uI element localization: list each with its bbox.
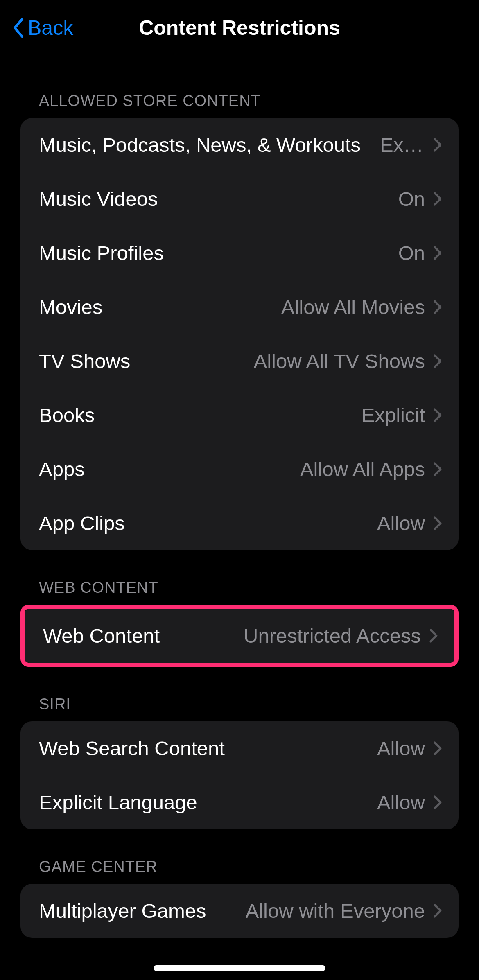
back-button[interactable]: Back (12, 16, 73, 40)
row-value: Allow All Movies (281, 296, 425, 318)
group-gamecenter: Multiplayer Games Allow with Everyone (20, 884, 459, 938)
section-header-store: ALLOWED STORE CONTENT (20, 55, 459, 118)
group-web: Web Content Unrestricted Access (25, 609, 454, 663)
page-title: Content Restrictions (139, 16, 340, 40)
row-label: Multiplayer Games (39, 899, 206, 922)
row-books[interactable]: Books Explicit (20, 388, 459, 442)
row-explicit-language[interactable]: Explicit Language Allow (20, 775, 459, 829)
chevron-right-icon (433, 138, 442, 152)
row-label: Movies (39, 296, 102, 318)
row-value: Unrestricted Access (244, 624, 421, 647)
group-store: Music, Podcasts, News, & Workouts Explic… (20, 118, 459, 550)
row-label: Music Videos (39, 187, 158, 210)
row-label: Apps (39, 458, 85, 481)
row-value: Allow All TV Shows (254, 350, 425, 373)
row-label: Music, Podcasts, News, & Workouts (39, 133, 361, 156)
row-web-search-content[interactable]: Web Search Content Allow (20, 721, 459, 775)
chevron-right-icon (433, 795, 442, 810)
chevron-right-icon (433, 192, 442, 206)
chevron-right-icon (433, 516, 442, 531)
row-web-content[interactable]: Web Content Unrestricted Access (25, 609, 454, 663)
content-area: ALLOWED STORE CONTENT Music, Podcasts, N… (0, 55, 479, 938)
row-label: TV Shows (39, 350, 130, 373)
row-app-clips[interactable]: App Clips Allow (20, 496, 459, 550)
row-value: Explicit (362, 404, 425, 427)
section-header-web: WEB CONTENT (20, 550, 459, 605)
row-label: App Clips (39, 512, 125, 535)
group-siri: Web Search Content Allow Explicit Langua… (20, 721, 459, 829)
row-label: Explicit Language (39, 791, 197, 814)
row-label: Web Content (43, 624, 160, 647)
chevron-right-icon (433, 300, 442, 314)
chevron-right-icon (433, 408, 442, 422)
navigation-bar: Back Content Restrictions (0, 0, 479, 55)
back-label: Back (28, 16, 73, 40)
chevron-right-icon (433, 741, 442, 756)
row-value: On (398, 187, 425, 210)
row-value: Allow (377, 512, 425, 535)
row-value: Explicit (380, 133, 425, 156)
section-header-gamecenter: GAME CENTER (20, 829, 459, 884)
home-indicator[interactable] (154, 965, 325, 971)
row-label: Books (39, 404, 95, 427)
chevron-right-icon (433, 354, 442, 368)
chevron-right-icon (433, 246, 442, 260)
row-value: Allow (377, 737, 425, 760)
row-apps[interactable]: Apps Allow All Apps (20, 442, 459, 496)
row-value: On (398, 242, 425, 264)
row-multiplayer-games[interactable]: Multiplayer Games Allow with Everyone (20, 884, 459, 938)
row-music-videos[interactable]: Music Videos On (20, 172, 459, 226)
chevron-left-icon (12, 18, 25, 38)
highlight-annotation: Web Content Unrestricted Access (20, 605, 459, 667)
row-movies[interactable]: Movies Allow All Movies (20, 280, 459, 334)
row-value: Allow (377, 791, 425, 814)
row-value: Allow with Everyone (246, 899, 425, 922)
chevron-right-icon (433, 903, 442, 918)
row-music-podcasts[interactable]: Music, Podcasts, News, & Workouts Explic… (20, 118, 459, 172)
row-value: Allow All Apps (300, 458, 425, 481)
chevron-right-icon (429, 628, 438, 643)
section-header-siri: SIRI (20, 667, 459, 721)
row-label: Web Search Content (39, 737, 225, 760)
row-tv-shows[interactable]: TV Shows Allow All TV Shows (20, 334, 459, 388)
row-label: Music Profiles (39, 242, 164, 264)
row-music-profiles[interactable]: Music Profiles On (20, 226, 459, 280)
chevron-right-icon (433, 462, 442, 476)
